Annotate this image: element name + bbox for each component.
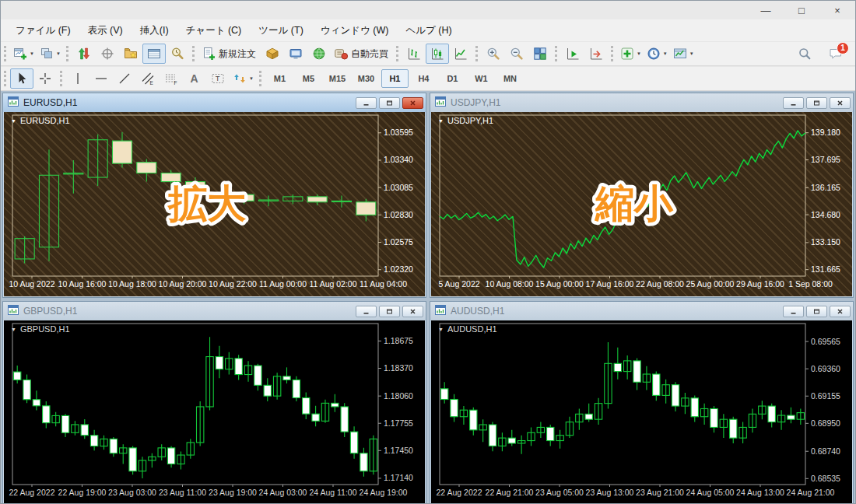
menu-item[interactable]: 表示 (V): [79, 24, 132, 37]
window-close-button[interactable]: [402, 97, 423, 109]
indicators-button[interactable]: ▼: [617, 44, 644, 64]
toolbar-grip[interactable]: [475, 46, 478, 61]
window-close-button[interactable]: [402, 306, 423, 317]
window-restore-button[interactable]: [379, 97, 400, 109]
toolbar-grip[interactable]: [66, 46, 68, 61]
menu-item[interactable]: ヘルプ (H): [397, 24, 460, 37]
toolbar-grip[interactable]: [4, 46, 6, 61]
menu-item[interactable]: 挿入(I): [132, 24, 177, 37]
metaeditor-button[interactable]: [261, 44, 284, 64]
dropdown-arrow-icon[interactable]: ▼: [56, 51, 61, 56]
cursor-button[interactable]: [10, 68, 33, 89]
timeframe-m15-button[interactable]: M15: [324, 69, 351, 88]
profiles-button[interactable]: ▼: [37, 44, 63, 64]
templates-button[interactable]: ▼: [670, 44, 696, 64]
toolbar-grip[interactable]: [259, 71, 261, 86]
timeframe-h4-button[interactable]: H4: [410, 69, 437, 88]
chart-area-gbpusd[interactable]: 1.186751.183701.180601.177551.174501.171…: [4, 320, 425, 503]
app-close-button[interactable]: ×: [819, 1, 855, 19]
timeframe-m5-button[interactable]: M5: [295, 69, 322, 88]
data-window-button[interactable]: [96, 44, 119, 64]
chart-area-usdjpy[interactable]: 139.180137.695136.165134.680133.150131.6…: [431, 112, 852, 296]
text-button[interactable]: A: [183, 68, 206, 89]
zoom-out-button[interactable]: [505, 44, 528, 64]
chart-window-titlebar[interactable]: USDJPY,H1: [430, 93, 853, 112]
mdi-workspace: EURUSD,H1 1.035951.033401.030851.028301.…: [1, 91, 855, 503]
timeframe-m1-button[interactable]: M1: [266, 69, 293, 88]
app-minimize-button[interactable]: —: [748, 1, 784, 19]
bar-chart-button[interactable]: [402, 44, 426, 64]
toolbar-grip[interactable]: [555, 46, 557, 61]
window-restore-button[interactable]: [806, 97, 827, 109]
toolbar-grip[interactable]: [192, 46, 195, 61]
toolbar-grip[interactable]: [611, 46, 613, 61]
timeframe-mn-button[interactable]: MN: [496, 69, 524, 88]
signals-button[interactable]: [307, 44, 331, 64]
svg-text:10 Aug 2022: 10 Aug 2022: [9, 279, 55, 289]
autotrading-button[interactable]: 自動売買: [331, 44, 393, 64]
symbol-label[interactable]: ▼EURUSD,H1: [11, 116, 70, 125]
dropdown-arrow-icon[interactable]: ▼: [30, 51, 34, 56]
window-close-button[interactable]: [830, 306, 851, 317]
dropdown-arrow-icon[interactable]: ▼: [689, 51, 694, 56]
chart-shift-button[interactable]: [584, 44, 608, 64]
toolbar-grip[interactable]: [4, 71, 6, 86]
symbol-label[interactable]: ▼USDJPY,H1: [438, 116, 493, 125]
trendline-button[interactable]: [113, 68, 136, 89]
window-minimize-button[interactable]: [783, 97, 804, 109]
arrows-button[interactable]: ▼: [230, 68, 256, 89]
window-minimize-button[interactable]: [783, 306, 804, 317]
chart-window-title: EURUSD,H1: [23, 97, 353, 108]
timeframe-w1-button[interactable]: W1: [468, 69, 495, 88]
market-button[interactable]: [284, 44, 307, 64]
chart-window-titlebar[interactable]: EURUSD,H1: [3, 93, 426, 112]
menu-item[interactable]: ファイル (F): [7, 24, 79, 37]
crosshair-button[interactable]: [33, 68, 57, 89]
zoom-in-button[interactable]: [482, 44, 505, 64]
candlestick-chart-button[interactable]: [426, 44, 449, 64]
window-restore-button[interactable]: [379, 306, 400, 317]
symbol-label[interactable]: ▼AUDUSD,H1: [438, 324, 497, 334]
app-maximize-button[interactable]: □: [784, 1, 819, 19]
horizontal-line-button[interactable]: [89, 68, 113, 89]
terminal-button[interactable]: [142, 44, 166, 64]
chart-area-eurusd[interactable]: 1.035951.033401.030851.028301.025751.023…: [4, 112, 425, 296]
menu-item[interactable]: チャート (C): [177, 24, 251, 37]
menu-item[interactable]: ウィンドウ (W): [312, 24, 398, 37]
auto-scroll-button[interactable]: [561, 44, 584, 64]
window-restore-button[interactable]: [806, 306, 827, 317]
chart-window-titlebar[interactable]: AUDUSD,H1: [430, 302, 853, 320]
autotrading-label: 自動売買: [351, 47, 388, 61]
tile-windows-button[interactable]: [528, 44, 552, 64]
search-button[interactable]: [793, 44, 816, 64]
navigator-button[interactable]: [119, 44, 142, 64]
strategy-tester-button[interactable]: [166, 44, 189, 64]
window-close-button[interactable]: [830, 97, 851, 109]
toolbar-grip[interactable]: [60, 71, 62, 86]
line-chart-button[interactable]: [449, 44, 472, 64]
window-minimize-button[interactable]: [356, 306, 377, 317]
periods-button[interactable]: ▼: [644, 44, 670, 64]
market-watch-button[interactable]: [72, 44, 96, 64]
new-order-button[interactable]: 新規注文: [198, 44, 261, 64]
svg-text:139.180: 139.180: [811, 128, 840, 137]
menu-item[interactable]: ツール (T): [250, 24, 312, 37]
timeframe-d1-button[interactable]: D1: [439, 69, 466, 88]
dropdown-arrow-icon[interactable]: ▼: [637, 51, 641, 56]
arrows-icon: [232, 71, 247, 86]
dropdown-arrow-icon[interactable]: ▼: [249, 76, 254, 81]
symbol-label[interactable]: ▼GBPUSD,H1: [11, 324, 70, 334]
timeframe-h1-button[interactable]: H1: [381, 69, 409, 88]
chart-area-audusd[interactable]: 0.695650.693600.691550.689500.687400.685…: [431, 320, 852, 503]
timeframe-m30-button[interactable]: M30: [353, 69, 380, 88]
notifications-button[interactable]: 1: [824, 44, 847, 64]
chart-window-titlebar[interactable]: GBPUSD,H1: [3, 302, 426, 320]
vertical-line-button[interactable]: [66, 68, 89, 89]
new-chart-button[interactable]: ▼: [10, 44, 37, 64]
text-label-button[interactable]: T: [206, 68, 230, 89]
window-minimize-button[interactable]: [356, 97, 377, 109]
toolbar-grip[interactable]: [396, 46, 398, 61]
fibonacci-button[interactable]: F: [160, 68, 183, 89]
dropdown-arrow-icon[interactable]: ▼: [663, 51, 668, 56]
equidistant-channel-button[interactable]: E: [136, 68, 160, 89]
